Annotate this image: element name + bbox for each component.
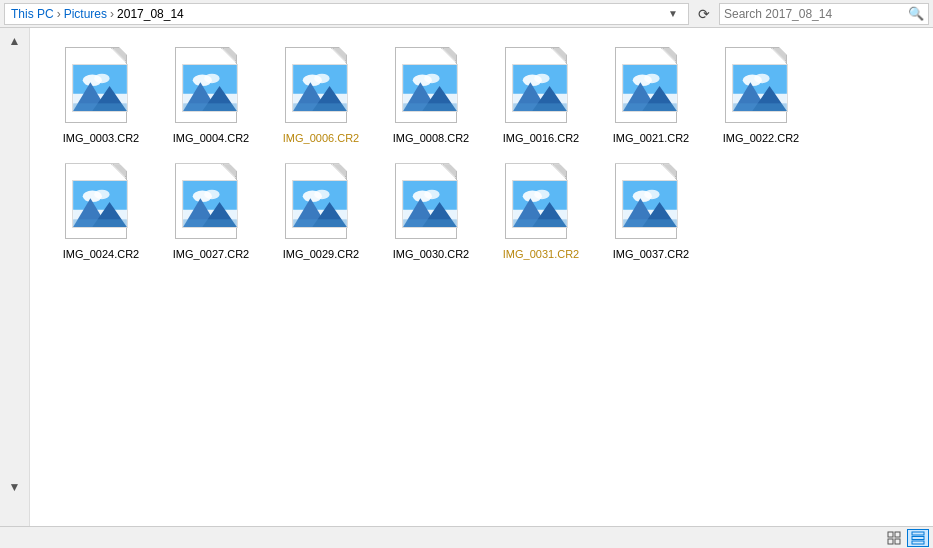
- svg-point-10: [204, 74, 219, 84]
- view-details-button[interactable]: [907, 529, 929, 547]
- svg-rect-13: [183, 103, 237, 111]
- file-icon: [615, 47, 687, 127]
- file-label: IMG_0004.CR2: [173, 131, 249, 145]
- file-item[interactable]: IMG_0030.CR2: [376, 154, 486, 270]
- file-icon: [725, 47, 797, 127]
- svg-rect-94: [895, 539, 900, 544]
- file-icon: [175, 163, 247, 243]
- svg-point-17: [314, 74, 329, 84]
- file-label: IMG_0022.CR2: [723, 131, 799, 145]
- svg-rect-92: [895, 532, 900, 537]
- svg-rect-91: [888, 532, 893, 537]
- file-icon: [285, 163, 357, 243]
- file-label: IMG_0027.CR2: [173, 247, 249, 261]
- main-area: ▲ ▼ IMG_0003.CR2: [0, 28, 933, 526]
- file-label: IMG_0037.CR2: [613, 247, 689, 261]
- sidebar: ▲ ▼: [0, 28, 30, 526]
- svg-rect-96: [912, 536, 924, 539]
- search-icon: 🔍: [908, 6, 924, 21]
- breadcrumb-dropdown-btn[interactable]: ▼: [664, 8, 682, 19]
- file-label: IMG_0006.CR2: [283, 131, 359, 145]
- breadcrumb-thispc[interactable]: This PC: [11, 7, 54, 21]
- svg-point-59: [204, 190, 219, 200]
- svg-point-31: [534, 74, 549, 84]
- breadcrumb[interactable]: This PC › Pictures › 2017_08_14 ▼: [4, 3, 689, 25]
- file-item[interactable]: IMG_0022.CR2: [706, 38, 816, 154]
- file-item[interactable]: IMG_0021.CR2: [596, 38, 706, 154]
- refresh-button[interactable]: ⟳: [693, 3, 715, 25]
- svg-rect-90: [623, 220, 677, 228]
- svg-rect-95: [912, 532, 924, 535]
- search-box[interactable]: 🔍: [719, 3, 929, 25]
- file-grid: IMG_0003.CR2 IMG_0004.CR2: [46, 38, 917, 271]
- breadcrumb-pictures[interactable]: Pictures: [64, 7, 107, 21]
- address-bar: This PC › Pictures › 2017_08_14 ▼ ⟳ 🔍: [0, 0, 933, 28]
- file-label: IMG_0003.CR2: [63, 131, 139, 145]
- svg-point-73: [424, 190, 439, 200]
- svg-rect-83: [513, 220, 567, 228]
- file-item[interactable]: IMG_0031.CR2: [486, 154, 596, 270]
- svg-point-80: [534, 190, 549, 200]
- svg-point-87: [644, 190, 659, 200]
- svg-rect-48: [733, 103, 787, 111]
- file-label: IMG_0031.CR2: [503, 247, 579, 261]
- svg-point-45: [754, 74, 769, 84]
- file-item[interactable]: IMG_0004.CR2: [156, 38, 266, 154]
- file-icon: [615, 163, 687, 243]
- file-item[interactable]: IMG_0029.CR2: [266, 154, 376, 270]
- svg-rect-55: [73, 220, 127, 228]
- file-icon: [505, 163, 577, 243]
- file-icon: [505, 47, 577, 127]
- status-bar: [0, 526, 933, 548]
- view-large-icons-button[interactable]: [883, 529, 905, 547]
- sidebar-arrow-down[interactable]: ▼: [7, 478, 23, 496]
- svg-rect-62: [183, 220, 237, 228]
- svg-rect-76: [403, 220, 457, 228]
- svg-rect-20: [293, 103, 347, 111]
- svg-rect-93: [888, 539, 893, 544]
- file-icon: [395, 47, 467, 127]
- svg-rect-34: [513, 103, 567, 111]
- file-item[interactable]: IMG_0024.CR2: [46, 154, 156, 270]
- file-item[interactable]: IMG_0027.CR2: [156, 154, 266, 270]
- file-icon: [65, 163, 137, 243]
- search-input[interactable]: [724, 7, 908, 21]
- svg-point-38: [644, 74, 659, 84]
- file-item[interactable]: IMG_0037.CR2: [596, 154, 706, 270]
- file-area: IMG_0003.CR2 IMG_0004.CR2: [30, 28, 933, 526]
- breadcrumb-sep1: ›: [57, 7, 61, 21]
- file-item[interactable]: IMG_0006.CR2: [266, 38, 376, 154]
- svg-rect-6: [73, 103, 127, 111]
- file-icon: [65, 47, 137, 127]
- svg-rect-27: [403, 103, 457, 111]
- file-label: IMG_0024.CR2: [63, 247, 139, 261]
- svg-point-3: [94, 74, 109, 84]
- breadcrumb-sep2: ›: [110, 7, 114, 21]
- file-label: IMG_0021.CR2: [613, 131, 689, 145]
- file-icon: [175, 47, 247, 127]
- file-icon: [395, 163, 467, 243]
- file-item[interactable]: IMG_0008.CR2: [376, 38, 486, 154]
- file-icon: [285, 47, 357, 127]
- breadcrumb-folder: 2017_08_14: [117, 7, 184, 21]
- file-item[interactable]: IMG_0016.CR2: [486, 38, 596, 154]
- svg-rect-97: [912, 541, 924, 544]
- svg-point-66: [314, 190, 329, 200]
- file-item[interactable]: IMG_0003.CR2: [46, 38, 156, 154]
- svg-point-24: [424, 74, 439, 84]
- svg-rect-41: [623, 103, 677, 111]
- sidebar-arrow-up[interactable]: ▲: [7, 32, 23, 50]
- file-label: IMG_0029.CR2: [283, 247, 359, 261]
- file-label: IMG_0016.CR2: [503, 131, 579, 145]
- file-label: IMG_0030.CR2: [393, 247, 469, 261]
- svg-rect-69: [293, 220, 347, 228]
- svg-point-52: [94, 190, 109, 200]
- file-label: IMG_0008.CR2: [393, 131, 469, 145]
